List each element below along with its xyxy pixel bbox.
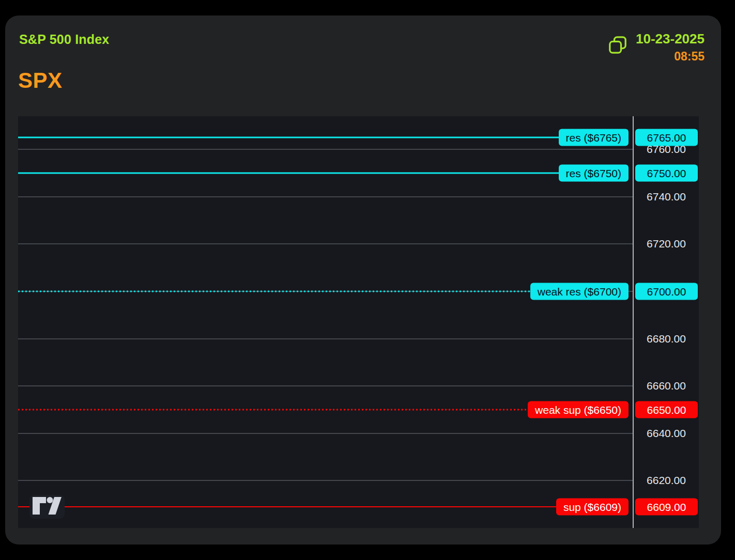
date-label: 10-23-2025 (636, 31, 705, 47)
grid-line (18, 338, 634, 339)
axis-tick-label: 6640.00 (634, 427, 699, 440)
grid-line (18, 433, 634, 434)
price-tag-6750: 6750.00 (635, 164, 698, 181)
tradingview-icon (33, 497, 62, 517)
axis-tick-label: 6620.00 (634, 474, 699, 487)
axis-tick-label: 6680.00 (634, 333, 699, 345)
grid-line (18, 243, 634, 244)
price-chart: res ($6765)res ($6750)weak res ($6700)we… (18, 116, 699, 528)
axis-tick-label: 6660.00 (634, 380, 699, 392)
grid-line (18, 385, 634, 386)
price-tag-6700: 6700.00 (635, 283, 698, 300)
price-tag-6650: 6650.00 (635, 401, 698, 418)
time-label: 08:55 (636, 50, 705, 64)
price-tag-6609: 6609.00 (635, 498, 698, 515)
grid-line (18, 196, 634, 197)
axis-tick-label: 6720.00 (634, 238, 699, 250)
price-tag-6765: 6765.00 (635, 129, 698, 146)
level-label-6750[interactable]: res ($6750) (559, 164, 629, 181)
level-line-6750[interactable] (18, 172, 627, 174)
price-axis[interactable]: 6760.006740.006720.006700.006680.006660.… (633, 116, 699, 528)
level-label-6609[interactable]: sup ($6609) (556, 498, 629, 515)
copy-button[interactable] (608, 35, 627, 55)
chart-card: S&P 500 Index SPX 10-23-2025 08:55 res (… (5, 15, 721, 545)
level-line-6609[interactable] (18, 506, 627, 507)
plot-area: res ($6765)res ($6750)weak res ($6700)we… (18, 116, 634, 528)
level-label-6765[interactable]: res ($6765) (559, 129, 629, 146)
grid-line (18, 149, 634, 150)
level-line-6765[interactable] (18, 137, 627, 138)
grid-line (18, 480, 634, 481)
copy-icon (608, 49, 627, 56)
tradingview-logo[interactable] (29, 495, 65, 519)
ticker-symbol: SPX (18, 68, 63, 93)
level-label-6650[interactable]: weak sup ($6650) (528, 401, 629, 418)
datetime-block: 10-23-2025 08:55 (636, 31, 705, 64)
header-meta: 10-23-2025 08:55 (608, 31, 705, 64)
instrument-name: S&P 500 Index (19, 32, 109, 47)
axis-tick-label: 6740.00 (634, 191, 699, 203)
level-label-6700[interactable]: weak res ($6700) (530, 283, 629, 300)
